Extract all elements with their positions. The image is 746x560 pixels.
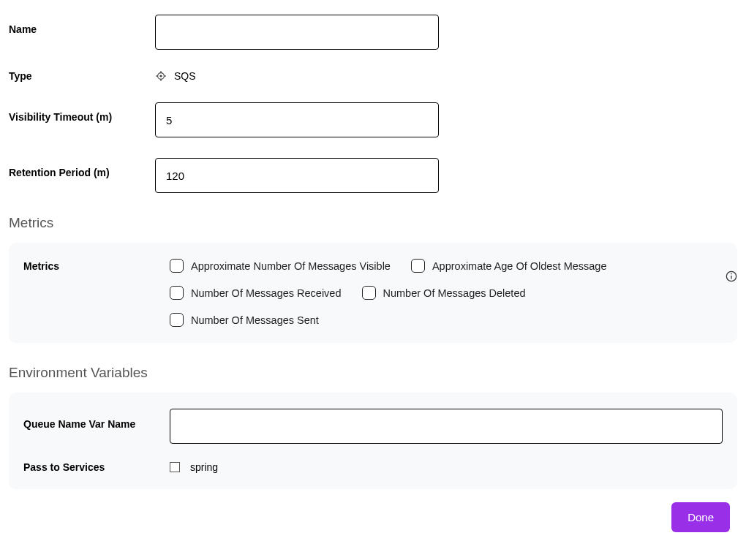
- label-queue-var: Queue Name Var Name: [23, 409, 170, 432]
- checkbox-item-approx-age: Approximate Age Of Oldest Message: [411, 259, 607, 273]
- checkbox-item-sent: Number Of Messages Sent: [170, 313, 319, 327]
- checkbox-sent[interactable]: [170, 313, 184, 327]
- row-type: Type SQS: [9, 70, 737, 82]
- label-type: Type: [9, 70, 155, 82]
- label-metrics: Metrics: [23, 259, 170, 272]
- checkbox-label-received: Number Of Messages Received: [191, 287, 342, 299]
- checkbox-label-deleted: Number Of Messages Deleted: [383, 287, 526, 299]
- svg-point-8: [731, 273, 732, 275]
- panel-metrics: Metrics Approximate Number Of Messages V…: [9, 243, 737, 343]
- checkbox-item-received: Number Of Messages Received: [170, 286, 342, 300]
- info-icon[interactable]: [726, 270, 737, 284]
- footer: Done: [9, 502, 737, 532]
- input-name[interactable]: [155, 15, 439, 50]
- label-pass-services: Pass to Services: [23, 461, 170, 473]
- checkbox-deleted[interactable]: [362, 286, 376, 300]
- input-retention-period[interactable]: [155, 158, 439, 193]
- checkbox-label-approx-age: Approximate Age Of Oldest Message: [432, 260, 607, 272]
- value-type: SQS: [174, 70, 196, 82]
- row-name: Name: [9, 15, 737, 50]
- input-visibility-timeout[interactable]: [155, 102, 439, 137]
- panel-env: Queue Name Var Name Pass to Services spr…: [9, 393, 737, 489]
- row-queue-var: Queue Name Var Name: [23, 409, 723, 444]
- row-pass-services: Pass to Services spring: [23, 461, 723, 473]
- checkbox-label-spring: spring: [190, 461, 218, 473]
- done-button[interactable]: Done: [671, 502, 730, 532]
- checkbox-label-sent: Number Of Messages Sent: [191, 314, 319, 326]
- checkbox-item-approx-visible: Approximate Number Of Messages Visible: [170, 259, 391, 273]
- row-retention-period: Retention Period (m): [9, 158, 737, 193]
- svg-point-5: [160, 75, 162, 77]
- checkbox-approx-visible[interactable]: [170, 259, 184, 273]
- section-title-env: Environment Variables: [9, 365, 737, 381]
- label-name: Name: [9, 15, 155, 35]
- checkbox-item-deleted: Number Of Messages Deleted: [362, 286, 526, 300]
- checkbox-label-approx-visible: Approximate Number Of Messages Visible: [191, 260, 391, 272]
- sqs-icon: [155, 70, 167, 82]
- checkbox-spring[interactable]: [170, 462, 180, 472]
- checkbox-received[interactable]: [170, 286, 184, 300]
- label-visibility-timeout: Visibility Timeout (m): [9, 102, 155, 123]
- section-title-metrics: Metrics: [9, 215, 737, 231]
- checkbox-approx-age[interactable]: [411, 259, 425, 273]
- input-queue-var[interactable]: [170, 409, 723, 444]
- label-retention-period: Retention Period (m): [9, 158, 155, 178]
- row-visibility-timeout: Visibility Timeout (m): [9, 102, 737, 137]
